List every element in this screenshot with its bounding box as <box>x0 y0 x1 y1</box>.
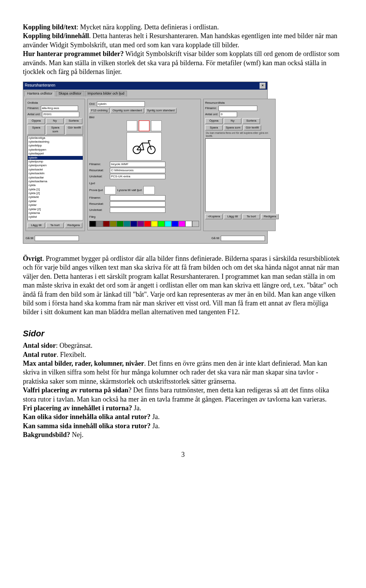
gatill-right-field[interactable] <box>221 236 265 241</box>
ljud-underkat[interactable] <box>110 207 165 213</box>
bild-filnamn[interactable]: bicycle.WMF <box>110 162 165 167</box>
right-note: Du kan markera flera ord för att kopiera… <box>205 132 274 137</box>
list-item[interactable]: cykelknippen <box>28 148 83 152</box>
list-item[interactable]: cykelsadel <box>28 168 83 172</box>
color-swatch[interactable] <box>103 221 110 227</box>
list-item[interactable]: cyklar <box>28 203 83 207</box>
left-filnamn-field[interactable]: alla-ferg.wus <box>41 106 78 111</box>
speaker-icon-2[interactable] <box>143 186 155 194</box>
label-koppling-bildinnehall: Koppling bild/innehåll <box>23 32 89 40</box>
btn-ny-right[interactable]: Ny <box>224 118 241 124</box>
btn-oppna-right[interactable]: Öppna <box>205 118 223 124</box>
btn-kopiera-right[interactable]: <Kopiera <box>205 214 223 219</box>
bild-resurskat[interactable]: C:\Widresources <box>110 168 165 173</box>
ord-field[interactable]: cykeln <box>97 101 145 107</box>
btn-f12[interactable]: F12-ordning <box>89 108 109 113</box>
color-swatch[interactable] <box>185 221 192 227</box>
color-swatch[interactable] <box>124 221 130 227</box>
ljud-resurskat[interactable] <box>110 201 165 207</box>
list-item[interactable]: cykelsadlar <box>28 176 83 180</box>
list-item[interactable]: cyklist <box>28 215 83 219</box>
list-item[interactable]: cyklar [2] <box>28 207 83 211</box>
tab-hantera[interactable]: Hantera ordlistor <box>24 91 55 96</box>
list-item[interactable]: cykla [2] <box>28 191 83 195</box>
btn-sortera-left[interactable]: Sortera <box>65 118 82 124</box>
color-swatch[interactable] <box>158 221 165 227</box>
resurshanteraren-window: Resurshanteraren × Hantera ordlistor Ska… <box>23 82 268 244</box>
gatill-left-field[interactable] <box>35 236 79 241</box>
list-item[interactable]: cykla [1] <box>28 188 83 191</box>
btn-ny-left[interactable]: Ny <box>46 118 64 124</box>
color-swatch[interactable] <box>165 221 172 227</box>
left-antalord-field[interactable]: 20161 <box>42 112 79 117</box>
right-group-label: Resursordlista <box>205 101 274 105</box>
list-item[interactable]: cykeln <box>28 156 83 160</box>
center-panel: Ord:cykeln F12-ordning Osynlig som stand… <box>87 99 201 231</box>
btn-gortextfil-right[interactable]: Gör textfil <box>244 125 261 130</box>
btn-synlig[interactable]: Synlig som standard <box>145 108 177 113</box>
list-item[interactable]: cykelavlastning <box>28 140 83 144</box>
btn-gortextfil-left[interactable]: Gör textfil <box>66 125 83 135</box>
bild-underkat[interactable]: PCS-UK-extra <box>110 174 165 179</box>
label-hur-hanterar: Hur hanterar programmet bilder? <box>23 50 124 58</box>
btn-tabort-right[interactable]: Ta bort <box>242 214 260 219</box>
thumb-2-selected[interactable] <box>139 120 149 131</box>
btn-sortera-right[interactable]: Sortera <box>242 118 260 124</box>
btn-tabort-left[interactable]: Ta bort <box>46 223 64 228</box>
thumb-3[interactable] <box>151 120 162 131</box>
color-swatch[interactable] <box>130 221 137 227</box>
color-swatch[interactable] <box>89 221 96 227</box>
list-item[interactable]: cykelsadeln <box>28 172 83 175</box>
color-swatch[interactable] <box>110 221 117 227</box>
btn-sparasom-right[interactable]: Spara som <box>224 125 242 130</box>
btn-redigera-left[interactable]: Redigera <box>65 223 82 228</box>
color-swatch[interactable] <box>144 221 151 227</box>
page-number: 3 <box>23 450 343 459</box>
list-item[interactable]: cykelpumpen <box>28 164 83 167</box>
paragraph-coupling: Koppling bild/text: Mycket nära koppling… <box>23 23 343 76</box>
thumb-1[interactable] <box>127 120 137 131</box>
bicycle-image-preview <box>127 132 162 161</box>
list-item[interactable]: cykelsadlarna <box>28 180 83 183</box>
btn-laggtill-left[interactable]: Lägg till <box>27 223 45 228</box>
ljud-filnamn[interactable] <box>110 195 165 201</box>
left-ordlista-group: Ordlista Filnamn:alla-ferg.wus Antal ord… <box>26 99 85 231</box>
color-swatches[interactable] <box>89 221 199 227</box>
btn-sparasom-left[interactable]: Spara som <box>46 125 64 135</box>
list-item[interactable]: cykelklipp <box>28 144 83 148</box>
window-title: Resurshanteraren <box>25 83 55 89</box>
list-item[interactable]: cykellappet <box>28 152 83 156</box>
tab-skapa[interactable]: Skapa ordlistor <box>56 91 84 96</box>
list-item[interactable]: cykla <box>28 183 83 187</box>
color-swatch[interactable] <box>178 221 185 227</box>
btn-oppna-left[interactable]: Öppna <box>27 118 45 124</box>
list-item[interactable]: cykelavstiga <box>28 136 83 140</box>
tab-importera[interactable]: Importera bilder och ljud <box>85 91 127 96</box>
btn-redigera-right[interactable]: Redigera <box>261 214 279 219</box>
right-resursordlista-group: Resursordlista Filnamn: Antal ord:0 Öppn… <box>203 99 276 231</box>
speaker-icon-1[interactable] <box>104 186 116 194</box>
color-swatch[interactable] <box>192 221 199 227</box>
btn-spara-right[interactable]: Spara <box>205 125 223 130</box>
btn-laggtill-right[interactable]: Lägg till <box>224 214 241 219</box>
bicycle-icon <box>131 138 157 154</box>
label-ovrigt: Övrigt <box>23 255 42 262</box>
list-item[interactable]: cyklar <box>28 199 83 203</box>
left-wordlist[interactable]: cykelavstigacykelavlastningcykelklippcyk… <box>27 136 83 220</box>
btn-osynlig[interactable]: Osynlig som standard <box>111 108 144 113</box>
right-filnamn-field[interactable] <box>218 106 257 111</box>
right-antalord-field[interactable]: 0 <box>220 112 237 117</box>
color-swatch[interactable] <box>117 221 124 227</box>
left-group-label: Ordlista <box>27 101 83 105</box>
color-swatch[interactable] <box>151 221 158 227</box>
list-item[interactable]: cyklarna <box>28 211 83 215</box>
close-icon[interactable]: × <box>260 83 266 89</box>
right-wordlist[interactable] <box>205 138 271 212</box>
color-swatch[interactable] <box>137 221 144 227</box>
list-item[interactable]: cyklist [1] <box>28 219 83 220</box>
btn-spara-left[interactable]: Spara <box>27 125 45 135</box>
color-swatch[interactable] <box>172 221 178 227</box>
color-swatch[interactable] <box>96 221 103 227</box>
list-item[interactable]: cykelpump <box>28 160 83 164</box>
list-item[interactable]: cyklade <box>28 195 83 199</box>
